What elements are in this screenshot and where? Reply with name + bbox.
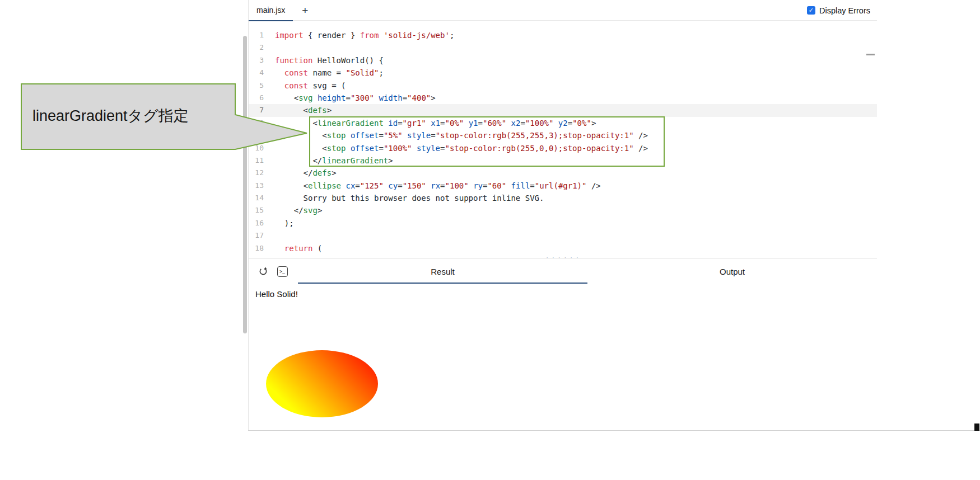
- code-text: <stop offset="5%" style="stop-color:rgb(…: [264, 129, 648, 142]
- playground-app: main.jsx + ✓ Display Errors 1import { re…: [248, 0, 877, 431]
- panel-toolbar: >_ Result Output: [249, 259, 877, 284]
- code-text: [264, 41, 275, 54]
- code-line[interactable]: 4 const name = "Solid";: [249, 67, 877, 79]
- splitter-handle[interactable]: · · · · · ·: [249, 254, 877, 261]
- hello-text: Hello Solid!: [255, 288, 877, 300]
- check-icon: ✓: [809, 7, 814, 13]
- refresh-button[interactable]: [257, 265, 269, 277]
- tab-label: main.jsx: [256, 6, 285, 15]
- code-line[interactable]: 2: [249, 41, 877, 54]
- code-text: import { render } from 'solid-js/web';: [264, 29, 454, 41]
- code-line[interactable]: 10 <stop offset="100%" style="stop-color…: [249, 142, 877, 154]
- code-line[interactable]: 6 <svg height="300" width="400">: [249, 92, 877, 104]
- tab-result[interactable]: Result: [298, 259, 587, 284]
- line-number: 1: [249, 29, 264, 41]
- code-lines: 1import { render } from 'solid-js/web';2…: [249, 21, 877, 255]
- line-number: 13: [249, 180, 264, 192]
- terminal-icon: >_: [277, 266, 288, 277]
- output-tab-label: Output: [720, 267, 745, 276]
- line-number: 2: [249, 41, 264, 54]
- line-number: 4: [249, 67, 264, 79]
- panel-icons: >_: [249, 259, 298, 284]
- tab-bar: main.jsx + ✓ Display Errors: [249, 0, 877, 21]
- code-line[interactable]: 9 <stop offset="5%" style="stop-color:rg…: [249, 129, 877, 142]
- line-number: 11: [249, 154, 264, 167]
- code-line[interactable]: 15 </svg>: [249, 204, 877, 217]
- result-tab-label: Result: [431, 267, 455, 276]
- annotation-text: linearGradientタグ指定: [32, 106, 189, 126]
- code-text: </linearGradient>: [264, 154, 393, 167]
- line-number: 16: [249, 217, 264, 229]
- code-text: const name = "Solid";: [264, 67, 384, 79]
- terminal-glyph: >_: [279, 269, 285, 274]
- code-line[interactable]: 11 </linearGradient>: [249, 154, 877, 167]
- code-text: </defs>: [264, 167, 337, 179]
- code-text: <stop offset="100%" style="stop-color:rg…: [264, 142, 648, 154]
- code-line[interactable]: 18 return (: [249, 242, 877, 255]
- code-line[interactable]: 12 </defs>: [249, 167, 877, 179]
- code-text: <ellipse cx="125" cy="150" rx="100" ry="…: [264, 180, 601, 192]
- code-text: return (: [264, 242, 322, 255]
- code-line[interactable]: 8 <linearGradient id="gr1" x1="0%" y1="6…: [249, 117, 877, 129]
- app-bottom-border: [248, 430, 980, 431]
- code-line[interactable]: 13 <ellipse cx="125" cy="150" rx="100" r…: [249, 180, 877, 192]
- tab-main-jsx[interactable]: main.jsx: [249, 0, 293, 21]
- editor-scroll-marker: [866, 54, 875, 55]
- code-text: );: [264, 217, 294, 229]
- display-errors-toggle: ✓ Display Errors: [807, 0, 870, 21]
- display-errors-label: Display Errors: [819, 6, 870, 15]
- code-text: function HelloWorld() {: [264, 54, 384, 67]
- code-line[interactable]: 14 Sorry but this browser does not suppo…: [249, 192, 877, 204]
- code-editor: 1import { render } from 'solid-js/web';2…: [249, 21, 877, 258]
- tab-output[interactable]: Output: [587, 259, 877, 284]
- code-text: [264, 229, 275, 242]
- code-line[interactable]: 17: [249, 229, 877, 242]
- display-errors-checkbox[interactable]: ✓: [807, 6, 815, 15]
- result-view: Hello Solid!: [249, 284, 877, 468]
- code-line[interactable]: 16 );: [249, 217, 877, 229]
- code-line[interactable]: 1import { render } from 'solid-js/web';: [249, 29, 877, 41]
- line-number: 12: [249, 167, 264, 179]
- add-tab-button[interactable]: +: [298, 3, 311, 18]
- line-number: 17: [249, 229, 264, 242]
- line-number: 15: [249, 204, 264, 217]
- line-number: 18: [249, 242, 264, 255]
- line-number: 3: [249, 54, 264, 67]
- console-button[interactable]: >_: [276, 265, 288, 277]
- code-line[interactable]: 3function HelloWorld() {: [249, 54, 877, 67]
- gradient-ellipse: [266, 350, 378, 417]
- code-line[interactable]: 7 <defs>: [249, 104, 877, 116]
- line-number: 14: [249, 192, 264, 204]
- code-text: Sorry but this browser does not support …: [264, 192, 544, 204]
- cursor-artifact: [974, 423, 979, 431]
- refresh-icon: [258, 266, 268, 276]
- result-svg: [252, 300, 476, 468]
- code-line[interactable]: 5 const svg = (: [249, 79, 877, 92]
- code-text: </svg>: [264, 204, 322, 217]
- bottom-panel: >_ Result Output Hello Solid!: [249, 258, 877, 431]
